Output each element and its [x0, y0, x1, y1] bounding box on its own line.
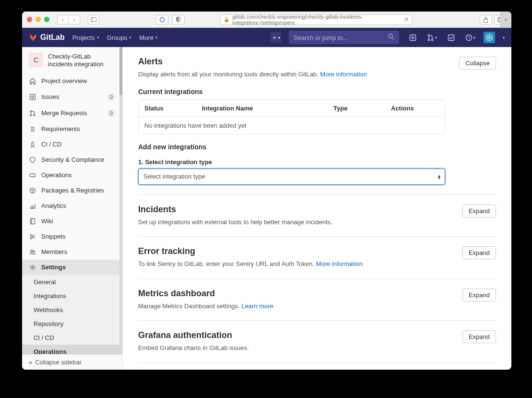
- section-metrics: Metrics dashboard Manage Metrics Dashboa…: [138, 279, 496, 321]
- sidebar-item-label: Operations: [41, 171, 72, 179]
- metrics-more-link[interactable]: Learn more: [241, 302, 273, 310]
- integration-type-select-value[interactable]: Select integration type: [138, 169, 445, 185]
- error-desc: To link Sentry to GitLab, enter your Sen…: [138, 259, 462, 269]
- settings-sub-repository[interactable]: Repository: [22, 317, 122, 331]
- merge-icon: [29, 109, 36, 117]
- svg-point-26: [31, 250, 33, 252]
- settings-submenu: GeneralIntegrationsWebhooksRepositoryCI …: [22, 275, 122, 355]
- nav-buttons: ‹ ›: [57, 15, 80, 24]
- sidebar-item-members[interactable]: Members: [22, 244, 122, 260]
- shield-icon: [29, 156, 36, 164]
- sidebar-item-analytics[interactable]: Analytics: [22, 198, 122, 214]
- sidebar-toggle-button[interactable]: [88, 15, 99, 24]
- browser-window: ‹ › 🔒 gitlab.com/checkly-engineering/che…: [22, 12, 511, 370]
- sidebar-item-settings[interactable]: Settings: [22, 260, 122, 275]
- sidebar-item-requirements[interactable]: Requirements: [22, 121, 122, 137]
- book-icon: [29, 217, 36, 225]
- add-new-integrations-heading: Add new integrations: [138, 143, 445, 151]
- sidebar-item-issues[interactable]: Issues0: [22, 89, 122, 105]
- alerts-collapse-button[interactable]: Collapse: [459, 57, 496, 70]
- sidebar-item-security-compliance[interactable]: Security & Compliance: [22, 152, 122, 168]
- section-incidents: Incidents Set up integrations with exter…: [138, 195, 496, 237]
- search-box[interactable]: [289, 31, 399, 44]
- todos-icon[interactable]: [445, 34, 457, 41]
- integration-type-select[interactable]: Select integration type ▴▾: [138, 169, 445, 185]
- project-header[interactable]: C Checkly-GitLab incidents integration: [22, 47, 122, 73]
- gitlab-logo[interactable]: GitLab: [29, 33, 65, 42]
- gear-icon: [29, 264, 36, 271]
- incidents-expand-button[interactable]: Expand: [462, 205, 496, 217]
- shield-1-icon[interactable]: [156, 15, 168, 24]
- sidebar-scrollbar[interactable]: [119, 47, 122, 354]
- integrations-empty-row: No integrations have been added yet: [139, 117, 445, 134]
- svg-point-2: [160, 17, 165, 22]
- chart-icon: [29, 202, 36, 210]
- svg-point-10: [428, 35, 430, 36]
- user-avatar[interactable]: [484, 32, 495, 43]
- col-actions: Actions: [391, 105, 439, 112]
- help-icon[interactable]: ? ▾: [464, 34, 476, 41]
- minimize-window-icon[interactable]: [35, 17, 41, 22]
- settings-sub-operations[interactable]: Operations: [22, 345, 122, 355]
- nav-groups[interactable]: Groups▾: [107, 34, 132, 41]
- close-window-icon[interactable]: [27, 17, 32, 22]
- settings-sub-ci-cd[interactable]: CI / CD: [22, 331, 122, 345]
- search-input[interactable]: [294, 34, 388, 41]
- sidebar-item-label: Merge Requests: [41, 109, 87, 117]
- sidebar-item-wiki[interactable]: Wiki: [22, 214, 122, 229]
- sidebar-item-merge-requests[interactable]: Merge Requests0: [22, 105, 122, 121]
- settings-sub-general[interactable]: General: [22, 275, 122, 289]
- sidebar-item-packages-registries[interactable]: Packages & Registries: [22, 183, 122, 198]
- chevron-left-icon: «: [29, 359, 32, 366]
- col-status: Status: [144, 105, 202, 112]
- error-expand-button[interactable]: Expand: [462, 246, 496, 259]
- grafana-expand-button[interactable]: Expand: [462, 330, 496, 343]
- new-tab-button[interactable]: ＋: [500, 12, 511, 28]
- step-1-label: 1. Select integration type: [138, 158, 445, 166]
- col-type: Type: [333, 105, 391, 112]
- reload-icon[interactable]: ⟳: [404, 16, 409, 23]
- create-new-button[interactable]: ＋▾: [271, 32, 281, 43]
- scrollbar-thumb[interactable]: [119, 47, 122, 95]
- svg-text:?: ?: [467, 36, 470, 40]
- project-avatar: C: [29, 53, 43, 67]
- grafana-desc: Embed Grafana charts in GitLab issues.: [138, 343, 462, 353]
- issue-icon: [29, 93, 36, 101]
- maximize-window-icon[interactable]: [44, 17, 49, 22]
- home-icon: [29, 77, 36, 85]
- chevron-down-icon: ▾: [435, 36, 437, 40]
- share-icon[interactable]: [480, 15, 492, 24]
- sidebar-item-project-overview[interactable]: Project overview: [22, 73, 122, 89]
- section-error-tracking: Error tracking To link Sentry to GitLab,…: [138, 237, 496, 279]
- nav-more[interactable]: More▾: [139, 34, 158, 41]
- metrics-expand-button[interactable]: Expand: [462, 289, 496, 302]
- issues-shortcut-icon[interactable]: [407, 34, 418, 41]
- collapse-sidebar-label: Collapse sidebar: [35, 359, 82, 366]
- people-icon: [29, 248, 36, 256]
- brand-text: GitLab: [40, 33, 65, 42]
- alerts-more-link[interactable]: More information: [320, 71, 367, 78]
- sidebar-item-operations[interactable]: Operations: [22, 168, 122, 183]
- error-more-link[interactable]: More information: [316, 260, 363, 267]
- grafana-title: Grafana authentication: [138, 330, 462, 340]
- alerts-desc: Display alerts from all your monitoring …: [138, 70, 459, 79]
- url-bar[interactable]: 🔒 gitlab.com/checkly-engineering/checkly…: [220, 14, 412, 25]
- project-name: Checkly-GitLab incidents integration: [48, 53, 104, 69]
- sidebar-item-ci-cd[interactable]: CI / CD: [22, 137, 122, 152]
- svg-rect-13: [448, 35, 454, 40]
- svg-point-19: [32, 96, 34, 98]
- sidebar-item-snippets[interactable]: Snippets: [22, 229, 122, 244]
- col-name: Integration Name: [202, 105, 333, 112]
- shield-2-icon[interactable]: [172, 15, 185, 24]
- back-button[interactable]: ‹: [57, 15, 69, 24]
- merge-requests-shortcut-icon[interactable]: ▾: [426, 34, 437, 41]
- chevron-down-icon: ▾: [155, 35, 158, 40]
- settings-sub-webhooks[interactable]: Webhooks: [22, 303, 122, 317]
- forward-button[interactable]: ›: [69, 15, 80, 24]
- sidebar-item-label: Settings: [41, 264, 66, 271]
- settings-sub-integrations[interactable]: Integrations: [22, 289, 122, 303]
- collapse-sidebar-button[interactable]: « Collapse sidebar: [22, 354, 122, 370]
- sidebar-nav: Project overviewIssues0Merge Requests0Re…: [22, 73, 122, 355]
- chevron-down-icon: ▾: [129, 35, 131, 40]
- nav-projects[interactable]: Projects▾: [72, 34, 99, 41]
